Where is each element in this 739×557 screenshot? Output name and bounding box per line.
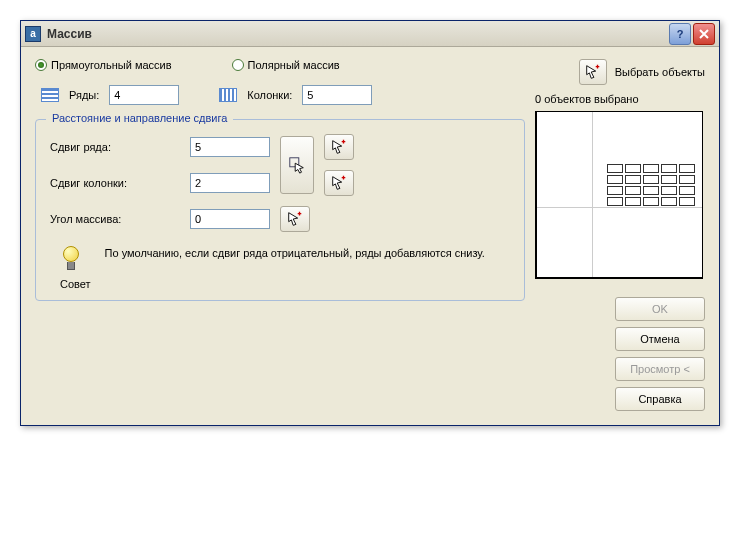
pick-cursor-icon: [286, 210, 304, 228]
tip-icon-block: Совет: [60, 246, 91, 290]
columns-input[interactable]: [302, 85, 372, 105]
dialog-body: Прямоугольный массив Полярный массив Ряд…: [21, 47, 719, 425]
polar-array-label: Полярный массив: [248, 59, 340, 71]
tip-row: Совет По умолчанию, если сдвиг ряда отри…: [50, 246, 510, 290]
lightbulb-icon: [60, 246, 82, 274]
array-type-row: Прямоугольный массив Полярный массив: [35, 59, 525, 71]
rows-input[interactable]: [109, 85, 179, 105]
rectangular-array-label: Прямоугольный массив: [51, 59, 172, 71]
preview-axis-h: [537, 207, 702, 208]
offset-legend: Расстояние и направление сдвига: [46, 112, 233, 124]
pick-cursor-icon: [330, 174, 348, 192]
select-objects-row: Выбрать объекты: [535, 59, 705, 85]
radio-dot-icon: [35, 59, 47, 71]
titlebar-help-button[interactable]: ?: [669, 23, 691, 45]
pick-column-offset-button[interactable]: [324, 170, 354, 196]
tip-text: По умолчанию, если сдвиг ряда отрицатель…: [105, 246, 510, 261]
pick-row-offset-button[interactable]: [324, 134, 354, 160]
offset-grid: Сдвиг ряда: Сдвиг коло: [50, 134, 510, 232]
titlebar-close-button[interactable]: [693, 23, 715, 45]
offset-fieldset: Расстояние и направление сдвига Сдвиг ря…: [35, 119, 525, 301]
angle-input[interactable]: [190, 209, 270, 229]
left-column: Прямоугольный массив Полярный массив Ряд…: [35, 59, 525, 411]
right-column: Выбрать объекты 0 объектов выбрано OK От…: [535, 59, 705, 411]
column-offset-label: Сдвиг колонки:: [50, 177, 190, 189]
ok-button[interactable]: OK: [615, 297, 705, 321]
pick-angle-button[interactable]: [280, 206, 310, 232]
help-button[interactable]: Справка: [615, 387, 705, 411]
columns-label: Колонки:: [247, 89, 292, 101]
angle-label: Угол массива:: [50, 213, 190, 225]
select-cursor-icon: [584, 63, 602, 81]
select-objects-label: Выбрать объекты: [615, 66, 705, 78]
app-icon: a: [25, 26, 41, 42]
row-offset-input[interactable]: [190, 137, 270, 157]
rows-label: Ряды:: [69, 89, 99, 101]
array-dialog: a Массив ? Прямоугольный массив Полярный…: [20, 20, 720, 426]
window-title: Массив: [47, 27, 667, 41]
dialog-buttons: OK Отмена Просмотр < Справка: [535, 297, 705, 411]
preview-grid: [607, 164, 695, 206]
polar-array-radio[interactable]: Полярный массив: [232, 59, 340, 71]
radio-dot-icon: [232, 59, 244, 71]
preview-axis-v: [592, 112, 593, 277]
cancel-button[interactable]: Отмена: [615, 327, 705, 351]
select-objects-button[interactable]: [579, 59, 607, 85]
titlebar: a Массив ?: [21, 21, 719, 47]
selection-status: 0 объектов выбрано: [535, 93, 705, 105]
pick-cursor-icon: [330, 138, 348, 156]
preview-area: [535, 111, 703, 279]
tip-heading: Совет: [60, 278, 91, 290]
preview-button[interactable]: Просмотр <: [615, 357, 705, 381]
column-offset-input[interactable]: [190, 173, 270, 193]
rows-icon: [41, 88, 59, 102]
row-offset-label: Сдвиг ряда:: [50, 141, 190, 153]
columns-icon: [219, 88, 237, 102]
rows-cols-row: Ряды: Колонки:: [35, 85, 525, 105]
rectangular-array-radio[interactable]: Прямоугольный массив: [35, 59, 172, 71]
pick-point-icon: [288, 156, 306, 174]
pick-both-offsets-button[interactable]: [280, 136, 314, 194]
